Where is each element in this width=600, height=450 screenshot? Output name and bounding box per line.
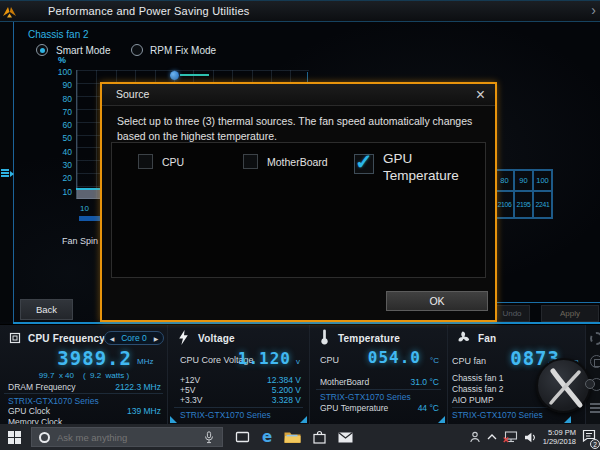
temperature-section: Temperature CPU 054.0 °C MotherBoard 31.… xyxy=(310,325,448,424)
back-button[interactable]: Back xyxy=(20,299,73,320)
taskbar-search[interactable] xyxy=(31,427,223,447)
corner-mark xyxy=(300,416,307,423)
undo-button[interactable]: Undo xyxy=(494,305,530,322)
button-divider xyxy=(497,302,600,303)
mail-icon[interactable] xyxy=(338,432,353,443)
rpm-cell: 2195 xyxy=(514,191,533,218)
gpu-series-label: STRIX-GTX1070 Series xyxy=(452,410,543,420)
speed-cell: 100 xyxy=(533,170,552,191)
rpm-cell: 2106 xyxy=(495,191,514,218)
dram-frequency-label: DRAM Frequency xyxy=(8,382,76,392)
store-icon[interactable] xyxy=(313,430,326,444)
aio-pump-label: AIO PUMP xyxy=(452,395,494,405)
y-axis-ticks: 10090 8070 6050 4030 2010 xyxy=(44,66,72,199)
core-prev-icon[interactable]: ◀ xyxy=(105,335,119,342)
speed-cell: 90 xyxy=(514,170,533,191)
fan-xpert-knob[interactable] xyxy=(585,379,595,389)
gpu-temperature-checkbox[interactable]: ✓ xyxy=(354,154,374,174)
tuf-logo-icon xyxy=(2,5,17,20)
cpu-frequency-section: CPU Frequency ◀ Core 0 ▶ 3989.2 MHz 99.7… xyxy=(0,325,168,424)
notification-badge: 2 xyxy=(590,439,600,449)
microphone-icon[interactable] xyxy=(204,431,214,444)
smart-mode-radio[interactable] xyxy=(36,44,48,56)
cpu-frequency-detail: 99.7 x 40 ( 9.2 watts ) xyxy=(0,371,168,380)
cpu-temp-value: 054.0 xyxy=(368,348,421,367)
rail-3v-label: +3.3V xyxy=(180,395,202,405)
rpm-cell: 2241 xyxy=(533,191,552,218)
cpu-frequency-title: CPU Frequency xyxy=(28,333,105,344)
cpu-core-voltage-value: 1.120 xyxy=(238,349,291,368)
gpu-series-label: STRIX-GTX1070 Series xyxy=(320,392,411,402)
thermometer-icon xyxy=(320,329,329,345)
memory-clock-label: Memory Clock xyxy=(8,417,62,424)
cpu-checkbox-label: CPU xyxy=(162,156,184,168)
gpu-series-label: STRIX-GTX1070 Series xyxy=(180,410,271,420)
fan-title: Fan xyxy=(478,333,496,344)
expand-arrow-icon[interactable]: › xyxy=(591,2,596,18)
voltage-section: Voltage CPU Core Voltage 1.120 v +12V 12… xyxy=(168,325,310,424)
dialog-header: Source × xyxy=(102,84,495,106)
section-divider xyxy=(316,389,441,390)
chassis-fan-label: Chassis fan 2 xyxy=(28,29,89,40)
gpu-temperature-checkbox-label: GPU Temperature xyxy=(383,151,469,185)
file-explorer-icon[interactable] xyxy=(284,431,301,444)
fan-settings-panel: Chassis fan 2 Smart Mode RPM Fix Mode % … xyxy=(0,22,600,324)
gpu-series-label: STRIX-GTX1070 Series xyxy=(8,396,99,406)
action-center[interactable]: 2 xyxy=(582,428,596,446)
source-dialog: Source × Select up to three (3) thermal … xyxy=(100,82,497,322)
core-selector[interactable]: ◀ Core 0 ▶ xyxy=(104,331,164,345)
fan-xpert-x-icon xyxy=(538,360,593,415)
rail-12v-value: 12.384 V xyxy=(267,375,301,385)
apply-button[interactable]: Apply xyxy=(541,305,599,322)
fan-curve-handle[interactable] xyxy=(170,71,179,80)
search-input[interactable] xyxy=(57,432,187,443)
x-axis-tick: 10 xyxy=(80,204,89,213)
voltage-bolt-icon xyxy=(178,330,189,345)
tray-chevron-icon[interactable] xyxy=(487,434,497,440)
clock-time: 5:09 PM xyxy=(543,428,576,437)
corner-mark xyxy=(170,416,177,423)
corner-mark xyxy=(564,416,571,423)
temperature-title: Temperature xyxy=(338,333,400,344)
dialog-title: Source xyxy=(116,88,149,100)
rail-5v-label: +5V xyxy=(180,385,195,395)
cpu-temp-unit: °C xyxy=(430,356,439,365)
cpu-frequency-value: 3989.2 xyxy=(20,347,132,369)
chassis-fan1-label: Chassis fan 1 xyxy=(452,373,504,383)
close-icon[interactable]: × xyxy=(476,84,485,106)
motherboard-checkbox-label: MotherBoard xyxy=(267,156,328,168)
voltage-unit: v xyxy=(296,357,300,366)
taskbar-clock[interactable]: 5:09 PM 1/29/2018 xyxy=(543,428,576,447)
task-view-icon[interactable] xyxy=(235,431,250,443)
dram-frequency-value: 2122.3 MHz xyxy=(115,382,161,392)
start-button-icon[interactable] xyxy=(8,431,21,444)
ok-button[interactable]: OK xyxy=(386,291,488,311)
sidebar-expand-icon[interactable] xyxy=(1,168,13,180)
edge-browser-icon[interactable]: e xyxy=(262,430,272,445)
page-title: Performance and Power Saving Utilities xyxy=(48,5,249,17)
rpm-fix-mode-radio[interactable] xyxy=(131,44,143,56)
speaker-icon[interactable] xyxy=(524,432,537,443)
section-divider xyxy=(4,393,163,394)
cpu-checkbox[interactable] xyxy=(138,154,153,169)
core-selector-value: Core 0 xyxy=(119,333,149,343)
motherboard-checkbox[interactable] xyxy=(243,154,258,169)
fan-curve-segment xyxy=(180,74,209,76)
core-next-icon[interactable]: ▶ xyxy=(149,335,163,342)
gpu-temp-value: 44 °C xyxy=(418,403,439,413)
clock-date: 1/29/2018 xyxy=(543,437,576,446)
gpu-clock-label: GPU Clock xyxy=(8,406,50,416)
gear-icon[interactable] xyxy=(590,332,600,345)
fan-xpert-button[interactable] xyxy=(536,358,591,413)
rail-3v-value: 3.328 V xyxy=(272,395,301,405)
system-tray: 5:09 PM 1/29/2018 2 xyxy=(469,428,600,447)
hardware-monitor-panel: CPU Frequency ◀ Core 0 ▶ 3989.2 MHz 99.7… xyxy=(0,324,600,424)
gpu-temp-label: GPU Temperature xyxy=(320,403,388,413)
corner-mark xyxy=(438,416,445,423)
windows-taskbar: e 5:09 PM 1/29/2018 xyxy=(0,424,600,450)
speed-cell: 80 xyxy=(495,170,514,191)
people-icon[interactable] xyxy=(469,431,481,443)
check-icon: ✓ xyxy=(355,150,373,174)
voltage-title: Voltage xyxy=(198,333,235,344)
network-icon[interactable] xyxy=(503,431,518,443)
